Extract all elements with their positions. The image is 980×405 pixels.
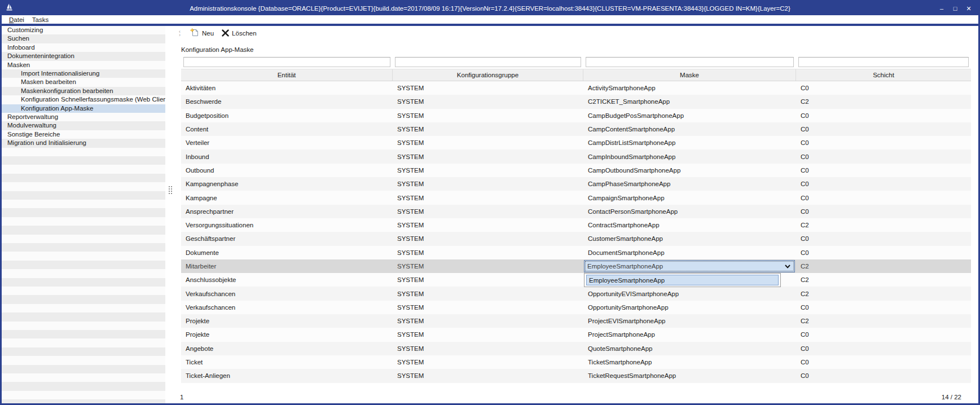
sidebar-item[interactable]: Suchen [2, 34, 165, 43]
cell-schicht: C0 [796, 195, 971, 201]
table-row[interactable]: AnsprechpartnerSYSTEMContactPersonSmartp… [181, 205, 971, 218]
cell-gruppe: SYSTEM [393, 276, 583, 283]
combobox-dropdown-popup: EmployeeSmartphoneApp [584, 273, 781, 287]
sidebar-item[interactable]: Konfiguration Schnellerfassungsmaske (We… [2, 95, 165, 104]
sidebar-item[interactable]: Reportverwaltung [2, 113, 165, 121]
table-row[interactable]: AktivitätenSYSTEMActivitySmartphoneAppC0 [181, 81, 971, 95]
table-row[interactable]: KampagneSYSTEMCampaignSmartphoneAppC0 [181, 191, 971, 204]
sidebar-item[interactable]: Masken [2, 61, 165, 69]
table-row[interactable]: BeschwerdeSYSTEMC2TICKET_SmartphoneAppC2 [181, 95, 971, 108]
table-row[interactable]: ContentSYSTEMCampContentSmartphoneAppC0 [181, 122, 971, 136]
cell-entitaet: Ticket-Anliegen [181, 372, 393, 379]
table-row[interactable]: VersorgungssituationenSYSTEMContractSmar… [181, 218, 971, 232]
cell-entitaet: Projekte [181, 331, 393, 338]
cell-maske: CampOutboundSmartphoneApp [583, 167, 796, 174]
sidebar-item[interactable]: Migration und Initialisierung [2, 139, 165, 147]
table-row[interactable]: MitarbeiterSYSTEMEmployeeSmartphoneAppC2 [181, 259, 971, 273]
table-row[interactable]: VerkaufschancenSYSTEMOpportunityEVISmart… [181, 287, 971, 300]
cell-schicht: C0 [796, 112, 971, 119]
cell-maske: DocumentSmartphoneApp [583, 249, 796, 256]
new-button[interactable]: Neu [188, 27, 219, 39]
window-title: Administrationskonsole {Database=ORACLE}… [2, 5, 978, 12]
column-header-schicht[interactable]: Schicht [796, 69, 971, 81]
cell-gruppe: SYSTEM [393, 167, 583, 174]
table-row[interactable]: AngeboteSYSTEMQuoteSmartphoneAppC0 [181, 342, 971, 355]
cell-maske: CampDistrListSmartphoneApp [583, 139, 796, 146]
cell-schicht: C0 [796, 153, 971, 160]
splitter-grip-dots[interactable] [168, 186, 173, 195]
cell-schicht: C2 [796, 98, 971, 105]
table-row[interactable]: BudgetpositionSYSTEMCampBudgetPosSmartph… [181, 109, 971, 122]
sidebar-item[interactable]: Infoboard [2, 43, 165, 52]
table-row[interactable]: InboundSYSTEMCampInboundSmartphoneAppC0 [181, 149, 971, 163]
cell-entitaet: Geschäftspartner [181, 235, 393, 242]
maske-combobox[interactable]: EmployeeSmartphoneApp [584, 260, 795, 272]
filter-input-maske[interactable] [586, 57, 794, 67]
column-header-entitaet[interactable]: Entität [181, 69, 393, 81]
sidebar-item[interactable]: Import Internationalisierung [2, 69, 165, 78]
table-row[interactable]: DokumenteSYSTEMDocumentSmartphoneAppC0 [181, 246, 971, 259]
table-row[interactable]: OutboundSYSTEMCampOutboundSmartphoneAppC… [181, 164, 971, 177]
cell-entitaet: Ansprechpartner [181, 208, 393, 215]
toolbar-overflow-grip[interactable]: ‹› [179, 30, 183, 37]
page-number: 1 [180, 394, 183, 400]
sidebar-item[interactable]: Maskenkonfiguration bearbeiten [2, 87, 165, 95]
table-row[interactable]: KampagnenphaseSYSTEMCampPhaseSmartphoneA… [181, 177, 971, 191]
table-row[interactable]: Ticket-AnliegenSYSTEMTicketRequestSmartp… [181, 369, 971, 382]
filter-input-gruppe[interactable] [395, 57, 581, 67]
sidebar-item[interactable]: Dokumentenintegration [2, 52, 165, 60]
table-row[interactable]: AnschlussobjekteSYSTEMC2 [181, 273, 971, 287]
chevron-down-icon[interactable] [781, 265, 794, 268]
delete-button[interactable]: Löschen [219, 28, 262, 39]
menu-item-datei[interactable]: Datei [5, 16, 28, 23]
table-row[interactable]: ProjekteSYSTEMProjectEVISmartphoneAppC2 [181, 314, 971, 328]
sidebar-item[interactable]: Masken bearbeiten [2, 78, 165, 86]
cell-entitaet: Budgetposition [181, 112, 393, 119]
maximize-button[interactable]: □ [951, 3, 959, 14]
table-row[interactable]: VerkaufschancenSYSTEMOpportunitySmartpho… [181, 301, 971, 314]
cell-schicht: C0 [796, 208, 971, 215]
cell-schicht: C2 [796, 318, 971, 324]
cell-entitaet: Content [181, 126, 393, 133]
cell-gruppe: SYSTEM [393, 139, 583, 146]
minimize-button[interactable]: – [938, 3, 946, 14]
cell-schicht: C0 [796, 359, 971, 366]
cell-maske: C2TICKET_SmartphoneApp [583, 98, 796, 105]
filter-input-schicht[interactable] [798, 57, 969, 67]
cell-gruppe: SYSTEM [393, 304, 583, 311]
cell-schicht: C0 [796, 181, 971, 187]
content-panel: ‹› Neu [175, 26, 978, 403]
sidebar-item[interactable]: Modulverwaltung [2, 121, 165, 130]
sidebar-item[interactable]: Customizing [2, 26, 165, 34]
delete-button-label: Löschen [232, 30, 256, 37]
cell-schicht: C2 [796, 276, 971, 283]
table-row[interactable]: GeschäftspartnerSYSTEMCustomerSmartphone… [181, 232, 971, 245]
cell-gruppe: SYSTEM [393, 98, 583, 105]
sidebar-item[interactable]: Sonstige Bereiche [2, 130, 165, 139]
splitter[interactable] [165, 26, 175, 403]
sidebar-item[interactable]: Konfiguration App-Maske [2, 104, 165, 113]
cell-gruppe: SYSTEM [393, 290, 583, 297]
column-header-maske[interactable]: Maske [583, 69, 796, 81]
toolbar: ‹› Neu [178, 26, 978, 41]
cell-gruppe: SYSTEM [393, 153, 583, 160]
cell-entitaet: Anschlussobjekte [181, 276, 393, 283]
table-row[interactable]: VerteilerSYSTEMCampDistrListSmartphoneAp… [181, 136, 971, 149]
dropdown-option[interactable]: EmployeeSmartphoneApp [586, 275, 779, 285]
cell-schicht: C2 [796, 290, 971, 297]
close-button[interactable]: ✕ [965, 3, 973, 14]
cell-maske: CampBudgetPosSmartphoneApp [583, 112, 796, 119]
filter-input-entitaet[interactable] [183, 57, 390, 67]
menu-item-tasks[interactable]: Tasks [28, 16, 52, 23]
cell-maske: CampPhaseSmartphoneApp [583, 181, 796, 187]
table-row[interactable]: TicketSYSTEMTicketSmartphoneAppC0 [181, 355, 971, 369]
table-row[interactable]: ProjekteSYSTEMProjectSmartphoneAppC0 [181, 328, 971, 341]
cell-entitaet: Ticket [181, 359, 393, 366]
cell-maske: ProjectEVISmartphoneApp [583, 318, 796, 324]
cell-schicht: C2 [796, 263, 971, 270]
column-header-gruppe[interactable]: Konfigurationsgruppe [393, 69, 583, 81]
cell-entitaet: Verkaufschancen [181, 304, 393, 311]
data-grid: EntitätKonfigurationsgruppeMaskeSchicht … [181, 56, 971, 383]
cell-gruppe: SYSTEM [393, 263, 583, 270]
cell-schicht: C0 [796, 167, 971, 174]
